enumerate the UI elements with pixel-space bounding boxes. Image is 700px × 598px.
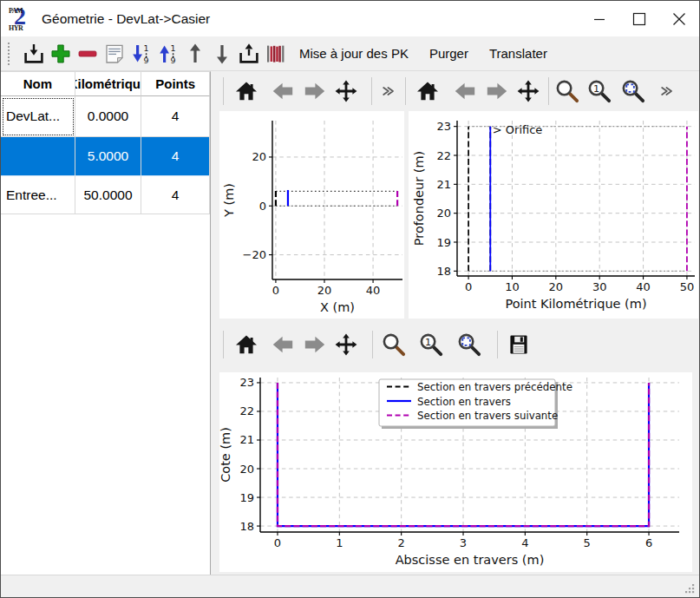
back-button[interactable] — [270, 78, 296, 104]
forward-button[interactable] — [484, 78, 510, 104]
home-button[interactable] — [233, 78, 259, 104]
sort-ascending-button[interactable] — [128, 40, 154, 67]
arrow-down-icon — [210, 42, 234, 66]
cell-kilometrique[interactable]: 5.0000 — [75, 137, 142, 176]
home-button[interactable] — [233, 332, 259, 358]
export-button[interactable] — [235, 40, 262, 67]
sections-pattern-button[interactable] — [262, 40, 289, 67]
cell-nom[interactable]: Entree... — [1, 176, 75, 214]
svg-text:22: 22 — [436, 149, 451, 162]
resize-grip[interactable] — [684, 583, 696, 595]
cell-points[interactable]: 4 — [141, 137, 210, 176]
svg-text:0: 0 — [272, 284, 279, 297]
toolbar-drag-handle[interactable] — [8, 43, 14, 65]
home-icon — [234, 332, 258, 357]
svg-text:23: 23 — [436, 120, 451, 133]
purger-button[interactable]: Purger — [419, 40, 479, 67]
back-button[interactable] — [270, 332, 296, 358]
pan-button[interactable] — [333, 78, 359, 104]
svg-text:Section en travers: Section en travers — [417, 396, 511, 408]
back-button[interactable] — [452, 78, 478, 104]
import-button[interactable] — [20, 40, 47, 67]
home-icon — [234, 79, 258, 103]
move-up-button[interactable] — [181, 40, 208, 67]
app-window: PAM 2 HYR Géometrie - DevLat->Casier — [0, 0, 700, 598]
svg-text:19: 19 — [436, 236, 451, 249]
cell-points[interactable]: 4 — [141, 176, 210, 214]
app-icon-text-top: PAM — [9, 7, 23, 15]
svg-text:21: 21 — [436, 178, 451, 191]
svg-text:19: 19 — [239, 491, 254, 504]
svg-text:20: 20 — [239, 463, 254, 476]
forward-button[interactable] — [302, 78, 328, 104]
zoom-one-button[interactable] — [418, 332, 444, 358]
svg-text:50: 50 — [680, 280, 695, 293]
plus-icon — [49, 42, 73, 66]
close-button[interactable] — [659, 1, 699, 36]
cell-kilometrique[interactable]: 50.0000 — [75, 176, 142, 214]
zoom-rect-button[interactable] — [381, 332, 407, 358]
pan-button[interactable] — [333, 332, 359, 358]
toolbar-overflow-button[interactable] — [657, 78, 676, 104]
forward-arrow-icon — [303, 332, 327, 357]
cell-kilometrique[interactable]: 0.0000 — [75, 96, 142, 137]
edit-notes-button[interactable] — [101, 40, 128, 67]
back-arrow-icon — [453, 79, 477, 103]
magnifier-icon — [554, 78, 580, 104]
column-header-nom[interactable]: Nom — [1, 72, 75, 96]
app-icon-text-bottom: HYR — [9, 24, 23, 32]
zoom-fit-button[interactable] — [456, 332, 482, 358]
pan-move-icon — [334, 79, 358, 103]
cell-nom[interactable] — [1, 137, 75, 176]
svg-text:3: 3 — [460, 536, 467, 549]
maximize-icon — [632, 12, 646, 26]
maximize-button[interactable] — [619, 1, 659, 36]
cell-points[interactable]: 4 — [141, 96, 210, 137]
update-pk-button[interactable]: Mise à jour des PK — [289, 40, 419, 67]
floppy-disk-icon — [507, 332, 531, 357]
svg-text:40: 40 — [366, 284, 381, 297]
column-header-points[interactable]: Points — [141, 72, 210, 96]
svg-text:21: 21 — [239, 433, 254, 446]
minimize-button[interactable] — [579, 1, 619, 36]
toolbar-overflow-button[interactable] — [378, 78, 397, 104]
svg-text:−20: −20 — [243, 248, 266, 261]
toolbar-separator — [223, 77, 224, 105]
move-down-button[interactable] — [208, 40, 235, 67]
svg-text:4: 4 — [521, 536, 528, 549]
longitudinal-profile-canvas: 01020304050181920212223Point Kilométriqu… — [409, 111, 698, 319]
svg-text:18: 18 — [239, 520, 254, 533]
cross-section-plot[interactable]: 0123456181920212223Abscisse en travers (… — [219, 372, 692, 572]
home-button[interactable] — [415, 78, 441, 104]
window-controls — [579, 1, 699, 36]
add-row-button[interactable] — [47, 40, 74, 67]
delete-row-button[interactable] — [74, 40, 101, 67]
svg-text:> Orifice: > Orifice — [493, 123, 543, 136]
toolbar-separator — [371, 77, 372, 105]
save-figure-button[interactable] — [506, 332, 532, 358]
forward-button[interactable] — [302, 332, 328, 358]
home-icon — [415, 79, 440, 103]
double-chevron-icon — [659, 81, 673, 102]
zoom-rect-button[interactable] — [554, 78, 580, 104]
svg-text:Y (m): Y (m) — [222, 183, 236, 218]
toolbar-separator — [497, 331, 498, 358]
column-header-kilometrique[interactable]: Kilométrique — [75, 72, 142, 96]
svg-text:Abscisse en travers (m): Abscisse en travers (m) — [396, 553, 545, 567]
cell-nom[interactable]: DevLat... — [1, 96, 75, 137]
pan-move-icon — [334, 332, 358, 357]
status-bar — [1, 575, 699, 598]
table-row: DevLat... 0.0000 4 — [1, 96, 210, 137]
svg-text:22: 22 — [239, 404, 254, 417]
longitudinal-profile-plot[interactable]: 01020304050181920212223Point Kilométriqu… — [409, 111, 698, 319]
svg-text:40: 40 — [636, 280, 651, 293]
minus-icon — [75, 42, 100, 66]
zoom-one-button[interactable] — [586, 78, 612, 104]
sort-descending-button[interactable] — [154, 40, 181, 67]
document-icon — [102, 42, 127, 66]
pan-button[interactable] — [515, 78, 541, 104]
zoom-fit-button[interactable] — [620, 78, 646, 104]
plan-view-plot[interactable]: 02040−20020X (m)Y (m) — [219, 111, 404, 319]
svg-text:0: 0 — [259, 200, 266, 213]
translater-button[interactable]: Translater — [479, 40, 558, 67]
